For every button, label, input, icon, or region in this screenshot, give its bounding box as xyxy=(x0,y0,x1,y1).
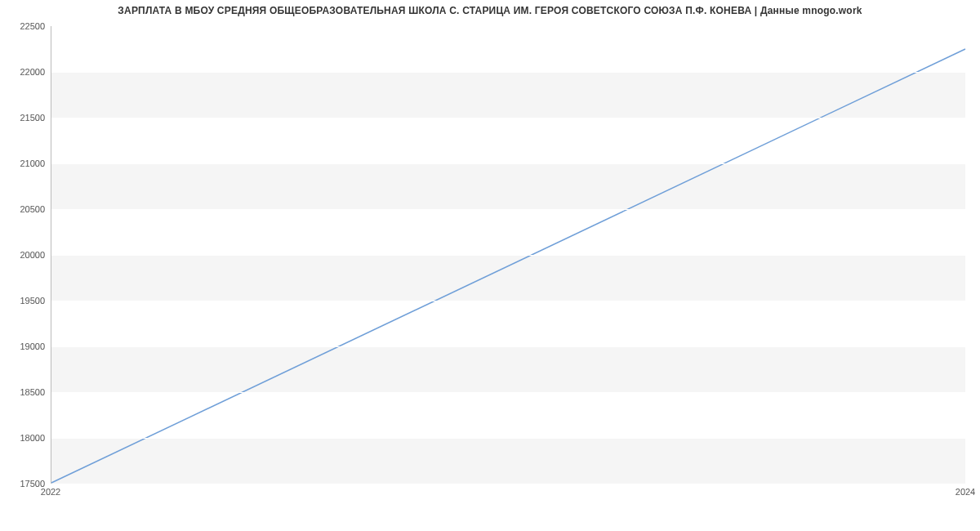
y-tick-label: 21500 xyxy=(4,113,45,123)
y-tick-label: 20500 xyxy=(4,204,45,214)
y-tick-label: 22000 xyxy=(4,67,45,77)
gridline xyxy=(51,118,965,118)
y-tick-label: 18500 xyxy=(4,387,45,397)
y-tick-label: 22500 xyxy=(4,21,45,31)
chart-title: ЗАРПЛАТА В МБОУ СРЕДНЯЯ ОБЩЕОБРАЗОВАТЕЛЬ… xyxy=(0,5,980,16)
gridline xyxy=(51,301,965,301)
y-tick-label: 21000 xyxy=(4,158,45,168)
y-tick-label: 20000 xyxy=(4,250,45,260)
gridline xyxy=(51,346,965,347)
y-tick-label: 19000 xyxy=(4,341,45,351)
y-tick-label: 17500 xyxy=(4,479,45,489)
gridline xyxy=(51,255,965,256)
gridline xyxy=(51,438,965,439)
y-tick-label: 18000 xyxy=(4,433,45,443)
gridline xyxy=(51,72,965,73)
gridline xyxy=(51,209,965,210)
chart-container: ЗАРПЛАТА В МБОУ СРЕДНЯЯ ОБЩЕОБРАЗОВАТЕЛЬ… xyxy=(0,0,980,531)
y-tick-label: 19500 xyxy=(4,296,45,306)
gridline xyxy=(51,26,965,27)
gridline xyxy=(51,392,965,393)
x-tick-label: 2024 xyxy=(956,487,975,497)
gridline xyxy=(51,163,965,164)
plot-area xyxy=(51,26,965,484)
x-tick-label: 2022 xyxy=(41,487,60,497)
